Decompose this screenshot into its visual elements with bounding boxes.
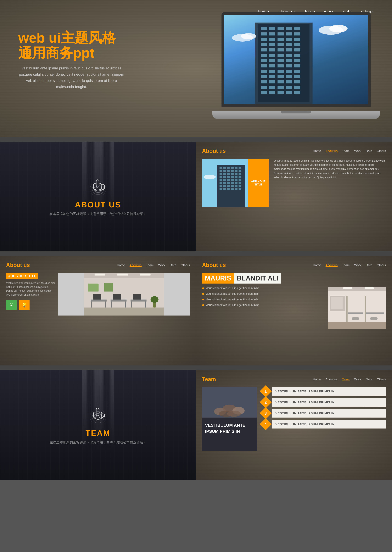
svg-rect-85 xyxy=(238,167,241,169)
svg-rect-135 xyxy=(84,308,164,316)
svg-rect-33 xyxy=(269,59,275,62)
pnl-nav-about[interactable]: About us xyxy=(326,149,338,153)
svg-rect-158 xyxy=(364,296,366,322)
a2-nav-others[interactable]: Others xyxy=(181,263,190,267)
mauris-panel: About us Home About us Team Work Data Ot… xyxy=(196,256,392,365)
svg-rect-29 xyxy=(278,54,284,57)
pnl-nav-home[interactable]: Home xyxy=(313,149,321,153)
team-step-3: 3 VESTIBULUM ANTE IPSUM PRIMIS IN xyxy=(261,409,386,418)
t-nav-others[interactable]: Others xyxy=(377,378,386,381)
laptop-mockup xyxy=(212,12,380,126)
t-nav-data[interactable]: Data xyxy=(366,378,372,381)
svg-rect-83 xyxy=(231,167,234,169)
team-hands-svg: VESTIBULUM ANTE IPSUM PRIMIS IN xyxy=(202,387,257,451)
svg-rect-143 xyxy=(131,302,132,307)
svg-point-129 xyxy=(203,175,216,179)
building-illustration xyxy=(224,15,368,104)
svg-rect-141 xyxy=(125,302,126,307)
office-svg xyxy=(58,273,190,316)
about-text-box: VestibulAm ante ipsum primis in faucibus… xyxy=(273,159,386,207)
svg-rect-57 xyxy=(261,86,267,89)
m-nav-home[interactable]: Home xyxy=(313,263,321,267)
pnl-nav-work[interactable]: Work xyxy=(354,149,361,153)
svg-rect-124 xyxy=(227,188,230,190)
svg-rect-5 xyxy=(286,27,292,30)
svg-rect-159 xyxy=(348,312,363,314)
orange-overlay-text: ADD YOUR TITLE xyxy=(248,178,269,188)
t-nav-about[interactable]: About us xyxy=(326,378,338,381)
svg-rect-30 xyxy=(286,54,292,57)
svg-rect-6 xyxy=(294,27,300,30)
svg-rect-45 xyxy=(286,70,292,73)
mauris-title-white: BLANDIT ALI xyxy=(234,273,281,283)
step-bar-4: VESTIBULUM ANTE IPSUM PRIMIS IN xyxy=(272,420,386,429)
m-nav-team[interactable]: Team xyxy=(342,263,350,267)
svg-rect-21 xyxy=(294,43,300,46)
separator-1 xyxy=(0,137,392,142)
svg-rect-87 xyxy=(223,170,226,172)
svg-rect-46 xyxy=(294,70,300,73)
list-item-4: Mauris blandit aliquet elit, eget tincid… xyxy=(202,304,325,307)
svg-rect-107 xyxy=(231,179,234,181)
svg-rect-156 xyxy=(328,322,386,329)
svg-rect-43 xyxy=(269,70,275,73)
svg-rect-48 xyxy=(269,75,275,78)
svg-rect-39 xyxy=(278,64,284,67)
t-nav-team[interactable]: Team xyxy=(342,378,350,381)
svg-rect-81 xyxy=(223,167,226,169)
svg-rect-99 xyxy=(223,176,226,178)
team-panel-title: TEAM xyxy=(85,429,110,438)
a2-nav-home[interactable]: Home xyxy=(117,263,125,267)
svg-rect-133 xyxy=(117,274,128,276)
svg-rect-18 xyxy=(269,43,275,46)
a2-nav-team[interactable]: Team xyxy=(146,263,154,267)
a2-nav-about[interactable]: About us xyxy=(130,263,142,267)
svg-rect-155 xyxy=(364,287,374,289)
about2-body: Vestibulum ante ipsum primis in faucibus… xyxy=(6,281,55,297)
mauris-title-orange: MAURIS xyxy=(202,273,234,283)
svg-rect-89 xyxy=(231,170,234,172)
svg-point-169 xyxy=(94,413,102,421)
bulb-icon-box: 💡 xyxy=(19,300,29,310)
t-nav-home[interactable]: Home xyxy=(313,378,321,381)
pnl-nav-team[interactable]: Team xyxy=(342,149,350,153)
t-nav-work[interactable]: Work xyxy=(354,378,361,381)
pnl-nav-data[interactable]: Data xyxy=(366,149,372,153)
dark-panel-subtitle: 在这里添加您的图标题跟（此意节用于白鸽介绍或公司情况介绍） xyxy=(49,212,147,216)
svg-rect-118 xyxy=(227,185,230,187)
yuan-icon-box: ¥ xyxy=(6,300,17,310)
svg-rect-14 xyxy=(278,38,284,41)
svg-rect-103 xyxy=(238,176,241,178)
pnl-nav-others[interactable]: Others xyxy=(377,149,386,153)
a2-nav-data[interactable]: Data xyxy=(170,263,176,267)
step-diamond-1: 1 xyxy=(259,385,272,397)
about2-panel: About us Home About us Team Work Data Ot… xyxy=(0,256,196,365)
mauris-content: About us Home About us Team Work Data Ot… xyxy=(196,256,392,335)
svg-rect-93 xyxy=(223,173,226,175)
svg-rect-44 xyxy=(278,70,284,73)
team-panel-nav-links: Home About us Team Work Data Others xyxy=(313,378,386,381)
svg-rect-47 xyxy=(261,75,267,78)
light-about-panel: About us Home About us Team Work Data Ot… xyxy=(196,142,392,251)
mauris-body: Mauris blandit aliquet elit, eget tincid… xyxy=(202,287,386,329)
mauris-section-title: About us xyxy=(202,262,226,268)
team-step-2: 2 VESTIBULUM ANTE IPSUM PRIMIS IN xyxy=(261,398,386,407)
svg-rect-32 xyxy=(261,59,267,62)
svg-rect-160 xyxy=(366,312,384,314)
team-panel-nav: Team Home About us Team Work Data Others xyxy=(202,376,386,382)
row-about-us-1: ABOUT US 在这里添加您的图标题跟（此意节用于白鸽介绍或公司情况介绍） A… xyxy=(0,142,392,251)
list-item-2: Mauris blandit aliquet elit, eget tincid… xyxy=(202,292,325,295)
svg-rect-61 xyxy=(294,86,300,89)
svg-rect-82 xyxy=(227,167,230,169)
m-nav-work[interactable]: Work xyxy=(354,263,361,267)
svg-rect-139 xyxy=(111,299,126,302)
a2-nav-work[interactable]: Work xyxy=(158,263,165,267)
m-nav-data[interactable]: Data xyxy=(366,263,372,267)
m-nav-about[interactable]: About us xyxy=(326,263,338,267)
svg-rect-60 xyxy=(286,86,292,89)
about2-content: About us Home About us Team Work Data Ot… xyxy=(0,256,196,322)
step-bar-3: VESTIBULUM ANTE IPSUM PRIMIS IN xyxy=(272,409,386,418)
svg-rect-127 xyxy=(238,188,241,190)
m-nav-others[interactable]: Others xyxy=(377,263,386,267)
svg-rect-167 xyxy=(99,412,102,418)
